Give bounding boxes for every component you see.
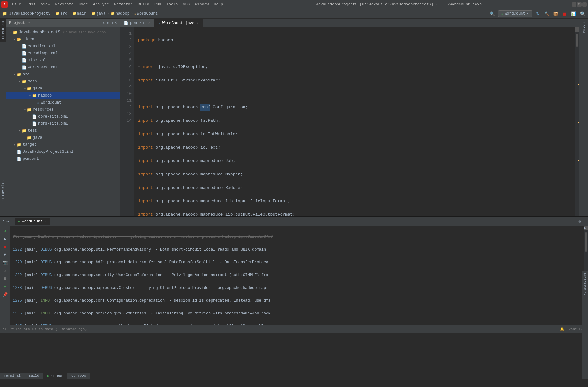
tree-test[interactable]: ▾ 📁 test — [6, 127, 120, 134]
stop-run-button[interactable]: ◼ — [2, 243, 9, 250]
project-side-tab[interactable]: 1: Project — [0, 19, 6, 42]
tree-idea[interactable]: ▾ 📂 .idea — [6, 36, 120, 43]
tree-hadoop[interactable]: ▾ 📁 hadoop — [6, 92, 120, 99]
tab-pom-icon: 📄 — [124, 21, 128, 25]
tab-pom[interactable]: 📄 pom.xml × — [120, 19, 154, 27]
gear-icon[interactable]: ⚙ — [107, 20, 110, 26]
run-bottom-tab[interactable]: ▶ 4: Run — [43, 373, 67, 379]
run-toolbar: ↺ ▲ ◼ ▼ 📷 ↵ ⊞ + 📌 — [0, 226, 10, 325]
scroll-up-button[interactable] — [575, 27, 579, 32]
console-scroll-thumb[interactable] — [585, 232, 587, 252]
wordcount-file-icon: ☕ — [37, 100, 39, 105]
bottom-settings-icon[interactable]: ⚙ — [578, 219, 581, 224]
main-area: 1: Project 2: Favorites Project ▾ ⊕ ⚙ ⊞ … — [0, 19, 588, 216]
favorites-side-tab[interactable]: 2: Favorites — [0, 177, 6, 204]
stop-button[interactable]: ◼ — [561, 10, 568, 17]
tree-iml[interactable]: ▶ 📄 JavaHadoopProjectS.iml — [6, 148, 120, 155]
tree-src[interactable]: ▾ 📁 src — [6, 71, 120, 78]
todo-tab[interactable]: 6: TODO — [67, 373, 90, 379]
tree-misc[interactable]: ▶ 📄 misc.xml — [6, 57, 120, 64]
menu-code[interactable]: Code — [76, 2, 90, 7]
new-tab-button[interactable]: + — [2, 283, 9, 290]
console-scroll-up[interactable]: ▲ — [584, 226, 588, 230]
breadcrumb-wordcount[interactable]: WordCount — [137, 12, 158, 16]
fold-arrow-3[interactable]: ▾ — [138, 64, 140, 70]
tree-root[interactable]: ▾ 📁 JavaHadoopProjectS D:\JavaFile\JavaH… — [6, 29, 120, 36]
structure-side-tab[interactable]: 7: Structure — [582, 271, 588, 298]
encodings-icon: 📄 — [22, 51, 27, 56]
tree-view-button[interactable]: ⊞ — [2, 275, 9, 282]
camera-button[interactable]: 📷 — [2, 259, 9, 266]
main-arrow: ▾ — [18, 80, 22, 83]
breadcrumb-main[interactable]: main — [77, 12, 87, 16]
scroll-thumb[interactable] — [576, 34, 578, 47]
tree-workspace[interactable]: ▶ 📄 workspace.xml — [6, 64, 120, 71]
test-java-label: java — [33, 135, 42, 140]
run-coverage-button[interactable]: 📊 — [570, 10, 577, 17]
menu-navigate[interactable]: Navigate — [52, 2, 76, 7]
test-icon: 📁 — [22, 128, 27, 133]
menu-edit[interactable]: Edit — [24, 2, 38, 7]
search-everywhere-button[interactable]: 🔍 — [579, 10, 586, 17]
build-button[interactable]: 🔨 — [543, 10, 550, 17]
scroll-up-console[interactable]: ▲ — [2, 235, 9, 242]
menu-file[interactable]: File — [10, 2, 24, 7]
menu-window[interactable]: Window — [192, 2, 211, 7]
bottom-minimize-icon[interactable]: — — [583, 219, 585, 224]
locate-icon[interactable]: ⊕ — [103, 20, 106, 26]
code-line-9: import org.apache.hadoop.io.Text; — [138, 144, 571, 151]
tree-encodings[interactable]: ▶ 📄 encodings.xml — [6, 50, 120, 57]
console-output: 909 [main] DEBUG org.apache.hadoop.ipc.C… — [10, 226, 584, 325]
menu-run[interactable]: Run — [152, 2, 164, 7]
close-panel-icon[interactable]: × — [114, 20, 117, 26]
breadcrumb-java[interactable]: java — [97, 12, 106, 16]
close-button[interactable]: × — [582, 2, 587, 7]
breadcrumb-project[interactable]: JavaHadoopProjectS — [9, 12, 50, 16]
navigate-back-button[interactable]: 🔍 — [489, 10, 496, 17]
build-tab[interactable]: Build — [25, 373, 43, 379]
status-message: All files are up-to-date (3 minutes ago) — [3, 327, 87, 331]
menu-analyze[interactable]: Analyze — [90, 2, 112, 7]
tree-hdfssite[interactable]: ▶ 📄 hdfs-site.xml — [6, 120, 120, 127]
tree-target[interactable]: ▶ 📁 target — [6, 141, 120, 148]
pin-button[interactable]: 📌 — [2, 291, 9, 298]
bottom-strip-tabs: Terminal Build ▶ 4: Run 6: TODO — [0, 372, 90, 379]
pom-bottom-icon: 📄 — [17, 157, 21, 161]
breadcrumb-src[interactable]: src — [60, 12, 67, 16]
maximize-button[interactable]: □ — [577, 2, 582, 7]
tab-pom-close[interactable]: × — [148, 21, 150, 25]
code-line-13: import org.apache.hadoop.mapreduce.lib.i… — [138, 198, 571, 205]
tree-resources[interactable]: ▾ 📁 resources — [6, 106, 120, 113]
tree-pom-bottom[interactable]: ▶ 📄 pom.xml — [6, 155, 120, 162]
scroll-down-console[interactable]: ▼ — [2, 251, 9, 258]
menu-refactor[interactable]: Refactor — [112, 2, 135, 7]
tree-coresite[interactable]: ▶ 📄 core-site.xml — [6, 113, 120, 120]
code-content[interactable]: package hadoop; ▾import java.io.IOExcept… — [134, 27, 575, 216]
tree-java[interactable]: ▾ 📁 java — [6, 85, 120, 92]
tree-compiler[interactable]: ▶ 📄 compiler.xml — [6, 43, 120, 50]
tab-wordcount[interactable]: ☕ WordCount.java × — [154, 19, 203, 27]
run-config-dropdown[interactable]: ☕ WordCount ▾ — [498, 10, 532, 17]
menu-help[interactable]: Help — [211, 2, 226, 7]
menu-build[interactable]: Build — [135, 2, 152, 7]
menu-vcs[interactable]: VCS — [181, 2, 193, 7]
tree-wordcount[interactable]: ▶ ☕ WordCount — [6, 99, 120, 106]
tree-main[interactable]: ▾ 📁 main — [6, 78, 120, 85]
menu-view[interactable]: View — [38, 2, 53, 7]
terminal-tab[interactable]: Terminal — [0, 373, 25, 379]
maven-side-label[interactable]: Maven — [582, 20, 586, 35]
run-tab-close[interactable]: × — [44, 220, 47, 223]
reload-button[interactable]: ↻ — [534, 10, 541, 17]
soft-wrap-button[interactable]: ↵ — [2, 267, 9, 274]
breadcrumb-hadoop[interactable]: hadoop — [116, 12, 129, 16]
workspace-icon: 📄 — [22, 65, 27, 70]
menu-tools[interactable]: Tools — [164, 2, 181, 7]
tree-test-java[interactable]: ▶ 📁 java — [6, 134, 120, 141]
build-artifact-button[interactable]: 📦 — [552, 10, 559, 17]
tab-wordcount-close[interactable]: × — [196, 21, 198, 25]
rerun-button[interactable]: ↺ — [2, 227, 9, 234]
hdfssite-label: hdfs-site.xml — [38, 121, 68, 126]
expand-panel-icon[interactable]: ⊞ — [111, 20, 113, 26]
run-tab[interactable]: ▶ WordCount × — [15, 218, 50, 225]
minimize-button[interactable]: — — [572, 2, 576, 7]
